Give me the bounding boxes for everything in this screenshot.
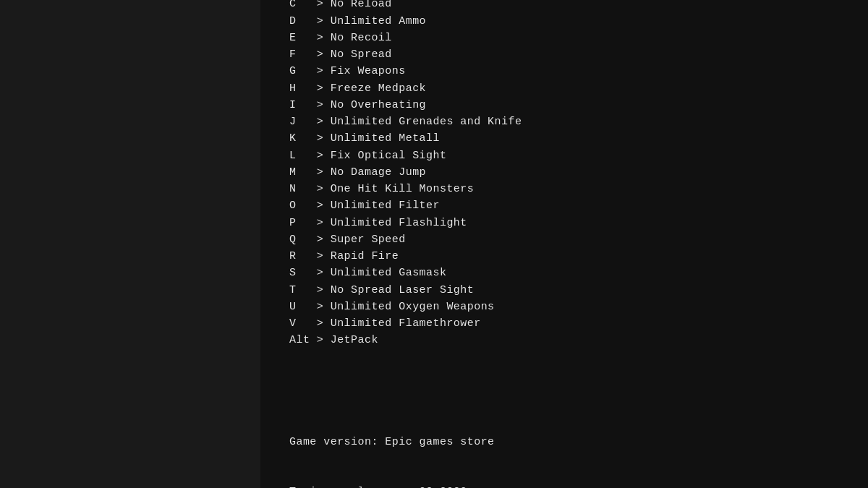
- menu-item: F > No Spread: [289, 46, 522, 63]
- menu-item: K > Unlimited Metall: [289, 130, 522, 147]
- menu-item: Alt > JetPack: [289, 332, 522, 348]
- menu-item: H > Freeze Medpack: [289, 80, 522, 97]
- menu-item: P > Unlimited Flashlight: [289, 215, 522, 231]
- left-panel: [0, 0, 260, 488]
- menu-item: E > No Recoil: [289, 30, 522, 46]
- menu-item: N > One Hit Kill Monsters: [289, 181, 522, 197]
- menu-item: I > No Overheating: [289, 97, 522, 114]
- menu-item: C > No Reload: [289, 0, 522, 13]
- main-content: Metro Exodus A > Unlimited HealthB > Inv…: [260, 0, 868, 488]
- menu-item: L > Fix Optical Sight: [289, 147, 522, 164]
- menu-item: U > Unlimited Oxygen Weapons: [289, 299, 522, 315]
- cheat-menu: Metro Exodus A > Unlimited HealthB > Inv…: [289, 0, 522, 488]
- menu-item: G > Fix Weapons: [289, 63, 522, 80]
- footer-line2: Trainer release xx.03.2020: [289, 484, 522, 488]
- menu-item: R > Rapid Fire: [289, 248, 522, 265]
- menu-item: M > No Damage Jump: [289, 164, 522, 181]
- footer-info: Game version: Epic games store Trainer r…: [289, 400, 522, 488]
- menu-item: J > Unlimited Grenades and Knife: [289, 114, 522, 130]
- footer-line1: Game version: Epic games store: [289, 434, 522, 450]
- menu-item: Q > Super Speed: [289, 231, 522, 248]
- menu-items: A > Unlimited HealthB > InvisibleC > No …: [289, 0, 522, 349]
- menu-item: O > Unlimited Filter: [289, 197, 522, 214]
- menu-item: T > No Spread Laser Sight: [289, 282, 522, 299]
- menu-item: S > Unlimited Gasmask: [289, 265, 522, 281]
- menu-item: V > Unlimited Flamethrower: [289, 315, 522, 332]
- menu-item: D > Unlimited Ammo: [289, 13, 522, 30]
